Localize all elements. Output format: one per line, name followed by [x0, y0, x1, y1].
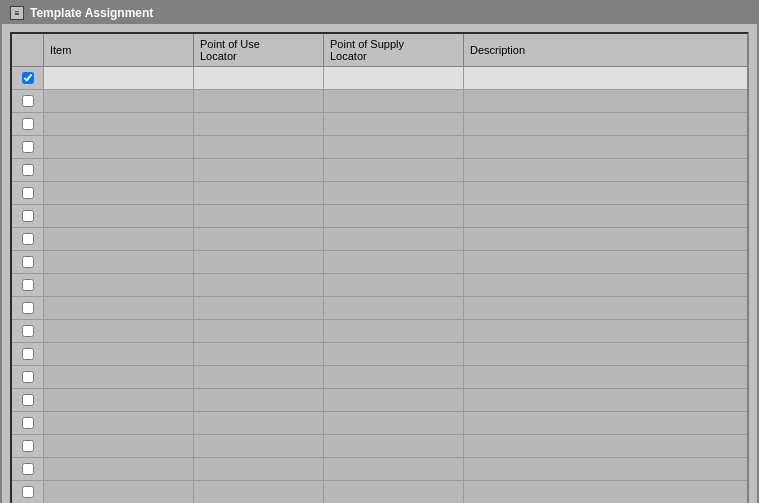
table-row [12, 366, 747, 389]
row-pou-cell-17 [194, 435, 324, 457]
row-desc-cell-12 [464, 320, 747, 342]
item-input-1[interactable] [48, 70, 189, 82]
checkbox-10[interactable] [22, 279, 34, 291]
row-checkbox-17[interactable] [12, 435, 44, 457]
row-checkbox-15[interactable] [12, 389, 44, 411]
checkbox-11[interactable] [22, 302, 34, 314]
row-desc-cell-9 [464, 251, 747, 273]
table-row [12, 458, 747, 481]
row-checkbox-8[interactable] [12, 228, 44, 250]
row-item-cell-16 [44, 412, 194, 434]
checkbox-6[interactable] [22, 187, 34, 199]
checkbox-16[interactable] [22, 417, 34, 429]
row-pou-cell-4 [194, 136, 324, 158]
checkbox-12[interactable] [22, 325, 34, 337]
row-pos-cell-16 [324, 412, 464, 434]
row-pou-cell-18 [194, 458, 324, 480]
row-item-cell-7 [44, 205, 194, 227]
row-desc-cell-5 [464, 159, 747, 181]
col-header-description: Description [464, 34, 747, 66]
checkbox-17[interactable] [22, 440, 34, 452]
checkbox-19[interactable] [22, 486, 34, 498]
checkbox-18[interactable] [22, 463, 34, 475]
checkbox-8[interactable] [22, 233, 34, 245]
table-row [12, 412, 747, 435]
row-desc-cell-11 [464, 297, 747, 319]
row-pou-cell-6 [194, 182, 324, 204]
row-pou-cell-19 [194, 481, 324, 503]
row-desc-cell-3 [464, 113, 747, 135]
table-body[interactable] [12, 67, 747, 503]
row-checkbox-6[interactable] [12, 182, 44, 204]
checkbox-3[interactable] [22, 118, 34, 130]
row-desc-cell-2 [464, 90, 747, 112]
table-row [12, 435, 747, 458]
row-desc-cell-19 [464, 481, 747, 503]
row-checkbox-2[interactable] [12, 90, 44, 112]
row-pos-cell-13 [324, 343, 464, 365]
row-pos-cell-19 [324, 481, 464, 503]
checkbox-1[interactable] [22, 72, 34, 84]
row-checkbox-13[interactable] [12, 343, 44, 365]
checkbox-4[interactable] [22, 141, 34, 153]
col-header-point-of-use: Point of UseLocator [194, 34, 324, 66]
row-desc-cell-13 [464, 343, 747, 365]
row-checkbox-3[interactable] [12, 113, 44, 135]
row-checkbox-19[interactable] [12, 481, 44, 503]
title-bar: ≡ Template Assignment [2, 2, 757, 24]
row-pou-cell-10 [194, 274, 324, 296]
checkbox-13[interactable] [22, 348, 34, 360]
row-desc-cell-1 [464, 67, 747, 89]
row-checkbox-9[interactable] [12, 251, 44, 273]
row-pos-cell-14 [324, 366, 464, 388]
row-pou-cell-8 [194, 228, 324, 250]
row-pos-cell-2 [324, 90, 464, 112]
row-pos-cell-5 [324, 159, 464, 181]
checkbox-15[interactable] [22, 394, 34, 406]
row-item-cell-1[interactable] [44, 67, 194, 89]
row-pou-cell-14 [194, 366, 324, 388]
row-checkbox-12[interactable] [12, 320, 44, 342]
row-pos-cell-11 [324, 297, 464, 319]
col-header-item: Item [44, 34, 194, 66]
row-desc-cell-17 [464, 435, 747, 457]
row-checkbox-11[interactable] [12, 297, 44, 319]
row-checkbox-16[interactable] [12, 412, 44, 434]
row-checkbox-1[interactable] [12, 67, 44, 89]
row-checkbox-4[interactable] [12, 136, 44, 158]
row-item-cell-10 [44, 274, 194, 296]
row-pos-cell-12 [324, 320, 464, 342]
row-checkbox-18[interactable] [12, 458, 44, 480]
row-checkbox-5[interactable] [12, 159, 44, 181]
row-pos-cell-18 [324, 458, 464, 480]
row-checkbox-7[interactable] [12, 205, 44, 227]
row-item-cell-2 [44, 90, 194, 112]
row-item-cell-11 [44, 297, 194, 319]
row-item-cell-18 [44, 458, 194, 480]
table-row [12, 251, 747, 274]
row-pou-cell-1 [194, 67, 324, 89]
table-row [12, 274, 747, 297]
checkbox-14[interactable] [22, 371, 34, 383]
row-item-cell-8 [44, 228, 194, 250]
checkbox-7[interactable] [22, 210, 34, 222]
row-item-cell-12 [44, 320, 194, 342]
checkbox-5[interactable] [22, 164, 34, 176]
row-checkbox-10[interactable] [12, 274, 44, 296]
row-pou-cell-13 [194, 343, 324, 365]
table-row [12, 67, 747, 90]
checkbox-9[interactable] [22, 256, 34, 268]
row-desc-cell-15 [464, 389, 747, 411]
row-pos-cell-15 [324, 389, 464, 411]
table-row [12, 389, 747, 412]
row-item-cell-17 [44, 435, 194, 457]
row-pou-cell-2 [194, 90, 324, 112]
row-desc-cell-8 [464, 228, 747, 250]
row-checkbox-14[interactable] [12, 366, 44, 388]
row-pos-cell-4 [324, 136, 464, 158]
row-desc-cell-6 [464, 182, 747, 204]
checkbox-2[interactable] [22, 95, 34, 107]
row-pos-cell-10 [324, 274, 464, 296]
row-pou-cell-15 [194, 389, 324, 411]
row-item-cell-15 [44, 389, 194, 411]
